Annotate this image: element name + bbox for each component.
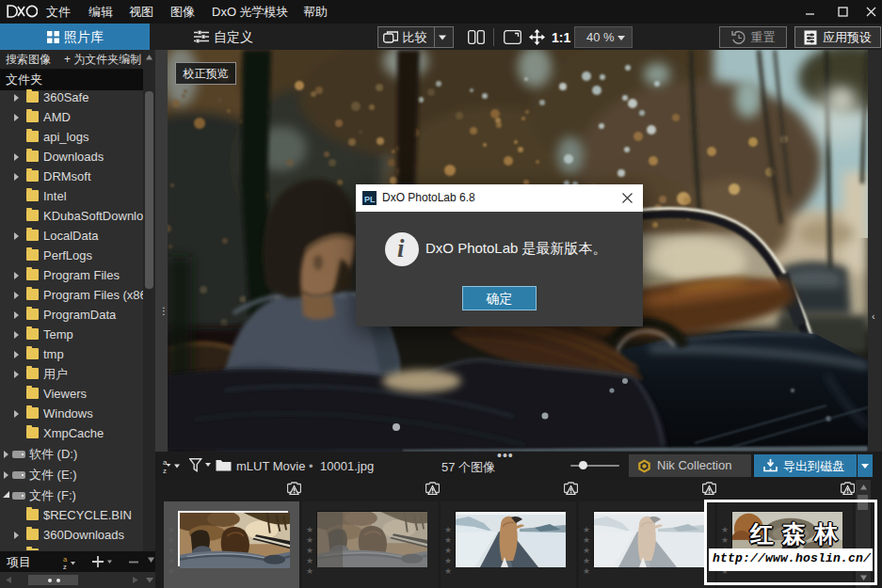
svg-text:PL: PL xyxy=(364,195,376,204)
svg-text:a: a xyxy=(163,458,168,467)
svg-text:z: z xyxy=(63,563,67,569)
svg-text:z: z xyxy=(163,467,167,474)
